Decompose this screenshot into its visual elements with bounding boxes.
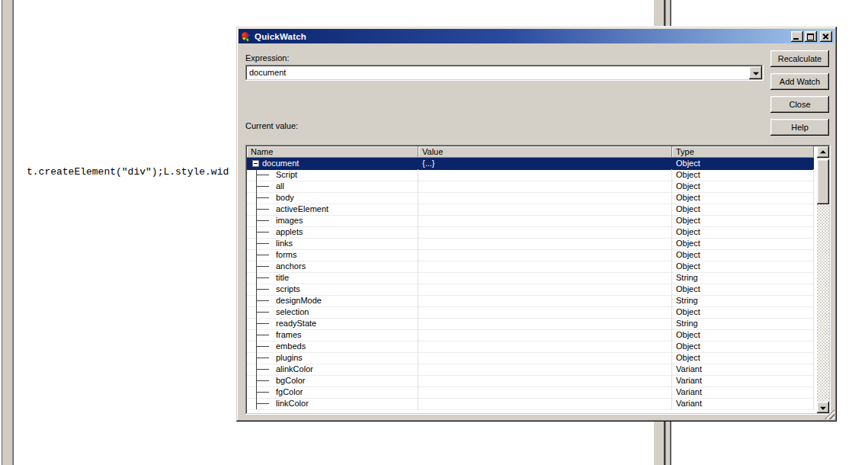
minimize-button[interactable] xyxy=(791,31,803,42)
name-cell: Script xyxy=(247,169,418,181)
value-cell xyxy=(418,192,672,204)
tree-line xyxy=(256,192,257,204)
type-cell: String xyxy=(672,272,814,284)
current-value-label: Current value: xyxy=(245,121,298,130)
scrollbar-thumb[interactable] xyxy=(817,159,829,204)
type-cell: Object xyxy=(672,352,814,364)
name-cell: selection xyxy=(247,306,418,319)
type-cell: Object xyxy=(672,261,814,273)
table-row[interactable]: ScriptObject xyxy=(247,169,814,181)
value-cell xyxy=(418,306,672,319)
type-cell: Object xyxy=(672,158,814,170)
row-name: forms xyxy=(247,249,297,260)
scroll-up-button[interactable] xyxy=(817,146,829,158)
table-row[interactable]: embedsObject xyxy=(247,341,814,352)
row-name: body xyxy=(247,192,294,203)
name-cell: alinkColor xyxy=(247,364,418,376)
dialog-titlebar[interactable]: QuickWatch xyxy=(239,29,834,43)
table-row[interactable]: bgColorVariant xyxy=(247,375,814,386)
tree-line xyxy=(256,295,257,307)
tree-line xyxy=(256,204,257,216)
table-row[interactable]: designModeString xyxy=(247,295,814,306)
table-row[interactable]: document{...}Object xyxy=(247,158,814,169)
dialog-title: QuickWatch xyxy=(255,32,790,41)
type-cell: Object xyxy=(672,238,814,250)
value-cell xyxy=(418,284,672,296)
column-header-type[interactable]: Type xyxy=(672,146,814,158)
value-cell xyxy=(418,386,672,399)
type-cell: Object xyxy=(672,215,814,227)
window-splitter-top xyxy=(648,0,678,26)
type-cell: Object xyxy=(672,306,814,319)
table-row[interactable]: pluginsObject xyxy=(247,352,814,364)
value-cell xyxy=(418,226,672,239)
table-row[interactable]: formsObject xyxy=(247,249,814,261)
table-row[interactable]: bodyObject xyxy=(247,192,814,204)
value-cell xyxy=(418,329,672,342)
tree-line xyxy=(256,386,257,399)
close-action-button[interactable]: Close xyxy=(770,96,829,113)
table-scrollbar[interactable] xyxy=(817,146,829,413)
tree-line xyxy=(256,226,257,239)
value-cell xyxy=(418,238,672,250)
table-row[interactable]: imagesObject xyxy=(247,215,814,226)
table-row[interactable]: allObject xyxy=(247,181,814,192)
quickwatch-dialog: QuickWatch Expression: Recalculate Add W… xyxy=(236,27,837,422)
maximize-button[interactable] xyxy=(805,31,817,42)
tree-line xyxy=(256,209,269,210)
name-cell: plugins xyxy=(247,352,418,364)
watch-table: Name Value Type document{...}ObjectScrip… xyxy=(245,145,831,415)
quickwatch-app-icon xyxy=(241,31,251,42)
type-cell: String xyxy=(672,318,814,330)
combo-dropdown-button[interactable] xyxy=(749,66,762,79)
expression-combobox xyxy=(245,65,764,81)
help-button[interactable]: Help xyxy=(770,119,829,136)
tree-line xyxy=(256,341,257,353)
row-name: scripts xyxy=(247,284,300,294)
table-row[interactable]: framesObject xyxy=(247,329,814,341)
tree-line xyxy=(256,232,269,232)
table-row[interactable]: alinkColorVariant xyxy=(247,364,814,375)
value-cell xyxy=(418,295,672,307)
type-cell: Variant xyxy=(672,375,814,387)
value-cell: {...} xyxy=(418,158,672,170)
add-watch-button[interactable]: Add Watch xyxy=(770,73,829,90)
watch-table-rows: document{...}ObjectScriptObjectallObject… xyxy=(247,158,814,409)
close-button[interactable] xyxy=(820,31,832,42)
table-row[interactable]: titleString xyxy=(247,272,814,284)
table-row[interactable]: anchorsObject xyxy=(247,261,814,272)
table-row[interactable]: linkColorVariant xyxy=(247,398,814,409)
tree-line xyxy=(256,169,257,181)
tree-line xyxy=(256,255,269,255)
type-cell: Object xyxy=(672,204,814,216)
tree-line xyxy=(256,215,257,227)
table-row[interactable]: readyStateString xyxy=(247,318,814,329)
expression-input[interactable] xyxy=(247,66,749,79)
tree-line xyxy=(256,261,257,273)
value-cell xyxy=(418,261,672,273)
recalculate-button[interactable]: Recalculate xyxy=(770,50,829,67)
type-cell: Object xyxy=(672,341,814,353)
scroll-down-button[interactable] xyxy=(817,402,829,413)
type-cell: Object xyxy=(672,181,814,193)
value-cell xyxy=(418,215,672,227)
watch-table-grid: Name Value Type document{...}ObjectScrip… xyxy=(247,146,814,413)
tree-line xyxy=(256,277,269,278)
table-row[interactable]: selectionObject xyxy=(247,306,814,318)
tree-line xyxy=(256,329,257,342)
table-row[interactable]: appletsObject xyxy=(247,226,814,238)
row-name: Script xyxy=(247,169,297,180)
column-header-value[interactable]: Value xyxy=(418,146,672,158)
column-header-name[interactable]: Name xyxy=(247,146,418,158)
value-cell xyxy=(418,204,672,216)
table-row[interactable]: linksObject xyxy=(247,238,814,249)
table-row[interactable]: scriptsObject xyxy=(247,284,814,295)
table-row[interactable]: activeElementObject xyxy=(247,204,814,215)
tree-line xyxy=(256,312,269,313)
tree-line xyxy=(256,300,269,301)
tree-line xyxy=(256,335,269,335)
collapse-minus-icon[interactable] xyxy=(252,160,259,167)
table-row[interactable]: fgColorVariant xyxy=(247,386,814,398)
tree-line xyxy=(256,392,269,393)
tree-line xyxy=(256,289,269,290)
